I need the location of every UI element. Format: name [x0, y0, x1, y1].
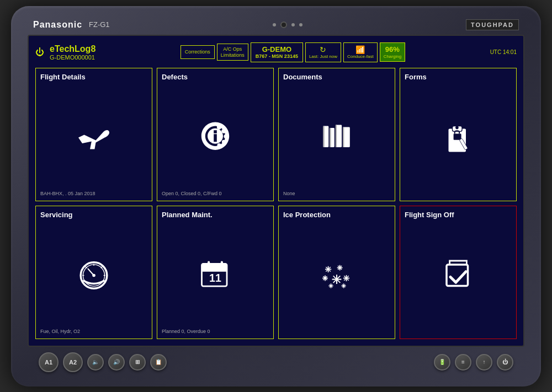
ice-protection-tile[interactable]: Ice Protection	[278, 206, 395, 339]
clipboard-icon: 📋	[155, 359, 162, 365]
forms-tile[interactable]: Forms	[400, 68, 517, 201]
sync-button[interactable]: ↻ Last: Just now	[305, 42, 341, 62]
flight-sign-off-icon	[405, 221, 512, 332]
sync-label: Last: Just now	[309, 54, 337, 60]
corrections-label: Corrections	[185, 49, 210, 55]
a1-button[interactable]: A1	[39, 352, 59, 372]
sync-hw-icon: ↑	[483, 359, 486, 365]
svg-rect-34	[221, 261, 223, 267]
svg-rect-13	[336, 125, 337, 148]
documents-title: Documents	[283, 73, 390, 81]
svg-point-17	[455, 126, 459, 130]
planned-maint-icon: 11	[162, 221, 269, 326]
svg-point-2	[217, 125, 221, 130]
windows-button[interactable]: ⊞	[129, 354, 146, 370]
ac-ops-button[interactable]: A/C Ops Limitations	[217, 44, 248, 61]
ice-protection-title: Ice Protection	[283, 211, 390, 219]
storage-icon: ≡	[461, 359, 465, 365]
flight-details-tile[interactable]: Flight Details BAH-BHX, . 05 Jan 2018	[35, 68, 152, 201]
tablet-indicators	[273, 22, 302, 28]
volume-up-icon: 🔊	[113, 359, 120, 365]
ac-ops-sublabel: Limitations	[221, 52, 245, 58]
clipboard-button[interactable]: 📋	[150, 354, 167, 370]
flight-details-title: Flight Details	[40, 73, 147, 81]
svg-rect-14	[343, 127, 344, 147]
battery-hw-icon: 🔋	[439, 359, 445, 365]
camera	[280, 22, 287, 28]
corrections-button[interactable]: Corrections	[181, 45, 215, 59]
power-hw-icon: ⏻	[502, 359, 508, 365]
signal-button: 📶 Conduce-fast	[343, 42, 378, 62]
battery-button: 96% Charging	[380, 42, 405, 62]
bottom-buttons-left: A1 A2 🔈 🔊 ⊞ 📋	[39, 352, 167, 372]
flight-sign-off-title: Flight Sign Off	[405, 211, 512, 219]
svg-point-60	[346, 277, 347, 279]
volume-down-button[interactable]: 🔈	[87, 354, 104, 370]
svg-point-70	[343, 286, 344, 287]
defects-title: Defects	[162, 73, 269, 81]
volume-down-icon: 🔈	[92, 359, 99, 365]
brand-model: FZ-G1	[89, 20, 110, 29]
svg-rect-1	[214, 130, 217, 133]
sync-hw-button[interactable]: ↑	[476, 354, 492, 370]
svg-rect-33	[208, 261, 210, 267]
planned-maint-title: Planned Maint.	[162, 211, 269, 219]
aircraft-id-button[interactable]: G-DEMO B767 - MSN 23145	[251, 42, 303, 62]
documents-tile[interactable]: Documents None	[278, 68, 395, 201]
svg-text:11: 11	[209, 272, 221, 284]
servicing-title: Servicing	[40, 211, 147, 219]
svg-point-3	[221, 129, 226, 133]
brand-panasonic: Panasonic	[33, 20, 82, 30]
aircraft-msn-label: B767 - MSN 23145	[256, 53, 298, 60]
storage-button[interactable]: ≡	[455, 354, 471, 370]
screen: ⏻ eTechLog8 G-DEMO000001 Corrections A/C…	[28, 35, 524, 347]
forms-title: Forms	[405, 73, 512, 81]
a2-button[interactable]: A2	[63, 352, 83, 372]
main-grid: Flight Details BAH-BHX, . 05 Jan 2018 De…	[35, 68, 517, 339]
documents-icon	[283, 83, 390, 189]
volume-up-button[interactable]: 🔊	[108, 354, 125, 370]
battery-status: Charging	[384, 54, 401, 60]
battery-hw-button[interactable]: 🔋	[434, 354, 450, 370]
svg-line-25	[86, 266, 87, 268]
forms-icon	[405, 83, 512, 194]
svg-point-4	[224, 134, 228, 138]
svg-rect-11	[323, 126, 325, 148]
documents-footer: None	[283, 191, 390, 196]
svg-line-26	[101, 266, 103, 268]
app-title: eTechLog8	[50, 44, 95, 54]
power-hw-button[interactable]: ⏻	[497, 354, 513, 370]
svg-point-45	[339, 267, 341, 269]
svg-point-65	[330, 286, 331, 287]
flight-sign-off-tile[interactable]: Flight Sign Off	[400, 206, 517, 339]
a2-label: A2	[69, 359, 77, 366]
svg-rect-12	[330, 128, 331, 147]
indicator-dot-3	[299, 23, 302, 26]
ac-ops-label: A/C Ops	[221, 46, 245, 52]
svg-point-6	[217, 143, 221, 147]
bottom-bar: A1 A2 🔈 🔊 ⊞ 📋 🔋 ≡	[22, 349, 530, 375]
flight-details-footer: BAH-BHX, . 05 Jan 2018	[40, 191, 147, 196]
defects-tile[interactable]: Defects Open 0, Closed 0, C/Fwd 0	[157, 68, 274, 201]
servicing-tile[interactable]: Servicing	[35, 206, 152, 339]
svg-point-40	[327, 269, 330, 271]
servicing-footer: Fue, Oil, Hydr, O2	[40, 329, 147, 334]
flight-details-icon	[40, 83, 147, 189]
svg-point-55	[336, 278, 338, 281]
sync-icon: ↻	[309, 45, 337, 55]
windows-icon: ⊞	[135, 359, 140, 365]
svg-rect-31	[202, 269, 227, 272]
planned-maint-tile[interactable]: Planned Maint. 11 Planned 0, Overdu	[157, 206, 274, 339]
planned-maint-footer: Planned 0, Overdue 0	[162, 329, 269, 334]
header-center-buttons: Corrections A/C Ops Limitations G-DEMO B…	[181, 42, 405, 62]
signal-label: Conduce-fast	[347, 54, 374, 60]
defects-footer: Open 0, Closed 0, C/Fwd 0	[162, 191, 269, 196]
indicator-dot-1	[273, 23, 276, 26]
aircraft-id-label: G-DEMO	[256, 45, 298, 54]
tablet-top-bar: Panasonic FZ-G1 TOUGHPAD	[22, 17, 530, 33]
svg-point-5	[222, 140, 226, 144]
servicing-icon	[40, 221, 147, 326]
power-icon: ⏻	[35, 47, 44, 57]
battery-percent: 96%	[384, 45, 401, 54]
bottom-buttons-right: 🔋 ≡ ↑ ⏻	[434, 352, 513, 372]
